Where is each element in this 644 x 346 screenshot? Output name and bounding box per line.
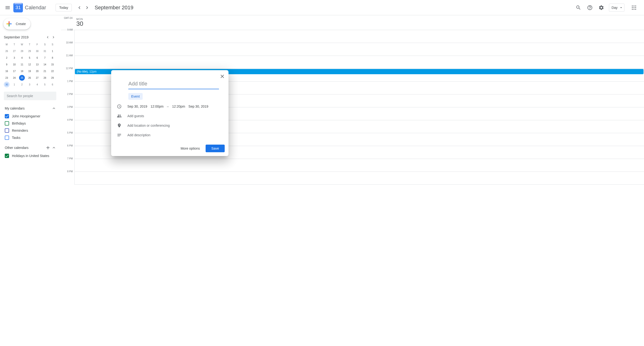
mini-cal-day[interactable]: 6 — [34, 54, 41, 61]
other-calendars-header[interactable]: Other calendars — [3, 143, 57, 152]
mini-cal-day[interactable]: 26 — [26, 75, 34, 81]
mini-cal-day[interactable]: 5 — [41, 81, 49, 88]
settings-button[interactable] — [596, 2, 607, 13]
mini-cal-day[interactable]: 28 — [18, 48, 26, 54]
hour-label: 1 PM — [61, 80, 73, 83]
calendar-checkbox[interactable] — [5, 114, 9, 118]
hour-row[interactable]: 8 PM — [75, 172, 644, 185]
hour-row[interactable]: 11 AM — [75, 56, 644, 69]
calendar-item[interactable]: Birthdays — [3, 120, 57, 127]
popup-description-row[interactable]: Add description — [111, 130, 228, 140]
mini-cal-day[interactable]: 1 — [49, 48, 56, 54]
mini-cal-day[interactable]: 1 — [10, 81, 18, 88]
popup-close-button[interactable] — [218, 72, 226, 81]
add-location-field[interactable]: Add location or conferencing — [127, 124, 170, 127]
mini-cal-day[interactable]: 24 — [10, 75, 18, 81]
add-description-field[interactable]: Add description — [127, 133, 150, 137]
calendar-checkbox[interactable] — [5, 136, 9, 140]
calendar-checkbox[interactable] — [5, 154, 9, 158]
calendar-item[interactable]: Holidays in United States — [3, 152, 57, 159]
end-date[interactable]: Sep 30, 2019 — [188, 105, 208, 108]
svg-point-3 — [632, 7, 633, 8]
mini-cal-day[interactable]: 2 — [3, 54, 10, 61]
mini-cal-day[interactable]: 30 — [34, 48, 41, 54]
mini-cal-day[interactable]: 2 — [18, 81, 26, 88]
mini-cal-day[interactable]: 30 — [3, 81, 10, 88]
mini-cal-day[interactable]: 8 — [49, 54, 56, 61]
mini-cal-day[interactable]: 23 — [3, 75, 10, 81]
mini-cal-day[interactable]: 21 — [41, 68, 49, 75]
today-button[interactable]: Today — [56, 4, 72, 12]
app-logo: 31 Calendar — [13, 3, 46, 13]
mini-cal-day[interactable]: 3 — [26, 81, 34, 88]
mini-cal-day[interactable]: 11 — [18, 61, 26, 68]
calendar-name: Reminders — [12, 129, 28, 132]
my-calendars-header[interactable]: My calendars — [3, 104, 57, 113]
mini-cal-day[interactable]: 25 — [18, 75, 26, 81]
calendar-item[interactable]: Tasks — [3, 134, 57, 141]
help-button[interactable] — [584, 2, 596, 13]
mini-cal-day[interactable]: 14 — [41, 61, 49, 68]
calendar-name: Tasks — [12, 136, 20, 140]
start-time[interactable]: 12:00pm — [150, 105, 164, 108]
hour-row[interactable]: 9 AM — [75, 30, 644, 43]
mini-cal-day[interactable]: 4 — [34, 81, 41, 88]
add-calendar-icon[interactable] — [45, 145, 50, 150]
popup-location-row[interactable]: Add location or conferencing — [111, 121, 228, 130]
mini-cal-day[interactable]: 3 — [10, 54, 18, 61]
mini-cal-day[interactable]: 27 — [10, 48, 18, 54]
create-button[interactable]: Create — [3, 18, 30, 30]
mini-cal-day[interactable]: 16 — [3, 68, 10, 75]
mini-cal-day[interactable]: 12 — [26, 61, 34, 68]
mini-cal-day[interactable]: 22 — [49, 68, 56, 75]
next-period-button[interactable] — [83, 4, 91, 12]
end-time[interactable]: 12:20pm — [172, 105, 185, 108]
search-people-input[interactable] — [4, 92, 56, 100]
calendar-item[interactable]: Reminders — [3, 127, 57, 134]
app-name: Calendar — [25, 5, 46, 11]
mini-cal-day[interactable]: 5 — [26, 54, 34, 61]
mini-cal-day[interactable]: 7 — [41, 54, 49, 61]
mini-cal-day[interactable]: 28 — [41, 75, 49, 81]
mini-cal-day[interactable]: 17 — [10, 68, 18, 75]
create-label: Create — [16, 22, 26, 26]
calendar-item[interactable]: John Hoopingarner — [3, 113, 57, 120]
mini-cal-day[interactable]: 31 — [41, 48, 49, 54]
mini-cal-day[interactable]: 29 — [26, 48, 34, 54]
calendar-checkbox[interactable] — [5, 121, 9, 126]
save-button[interactable]: Save — [206, 145, 225, 152]
main-content: Create September 2019 MTWTFSS26272829303… — [0, 15, 644, 346]
mini-cal-day[interactable]: 15 — [49, 61, 56, 68]
mini-cal-day[interactable]: 18 — [18, 68, 26, 75]
hour-row[interactable]: 7 PM — [75, 159, 644, 172]
event-type-tab[interactable]: Event — [128, 93, 143, 100]
hour-row[interactable]: 10 AM — [75, 43, 644, 56]
popup-time-row[interactable]: Sep 30, 2019 12:00pm – 12:20pm Sep 30, 2… — [111, 102, 228, 111]
start-date[interactable]: Sep 30, 2019 — [127, 105, 147, 108]
mini-cal-day[interactable]: 29 — [49, 75, 56, 81]
mini-cal-day[interactable]: 19 — [26, 68, 34, 75]
mini-cal-day[interactable]: 6 — [49, 81, 56, 88]
more-options-button[interactable]: More options — [177, 145, 204, 152]
other-calendars-list: Holidays in United States — [3, 152, 57, 161]
mini-cal-day[interactable]: 13 — [34, 61, 41, 68]
popup-guests-row[interactable]: Add guests — [111, 111, 228, 121]
mini-cal-day[interactable]: 20 — [34, 68, 41, 75]
search-button[interactable] — [573, 2, 584, 13]
calendar-checkbox[interactable] — [5, 128, 9, 133]
view-picker[interactable]: Day — [609, 4, 624, 12]
event-title-input[interactable] — [128, 80, 219, 89]
prev-period-button[interactable] — [76, 4, 83, 12]
add-guests-field[interactable]: Add guests — [127, 114, 144, 118]
chevron-right-icon — [51, 35, 56, 39]
mini-cal-day[interactable]: 10 — [10, 61, 18, 68]
mini-prev-button[interactable] — [45, 34, 50, 40]
mini-cal-day[interactable]: 26 — [3, 48, 10, 54]
mini-cal-day[interactable]: 9 — [3, 61, 10, 68]
svg-point-5 — [635, 7, 636, 8]
mini-next-button[interactable] — [50, 34, 56, 40]
main-menu-button[interactable] — [2, 2, 13, 13]
google-apps-button[interactable] — [628, 2, 640, 13]
mini-cal-day[interactable]: 27 — [34, 75, 41, 81]
mini-cal-day[interactable]: 4 — [18, 54, 26, 61]
